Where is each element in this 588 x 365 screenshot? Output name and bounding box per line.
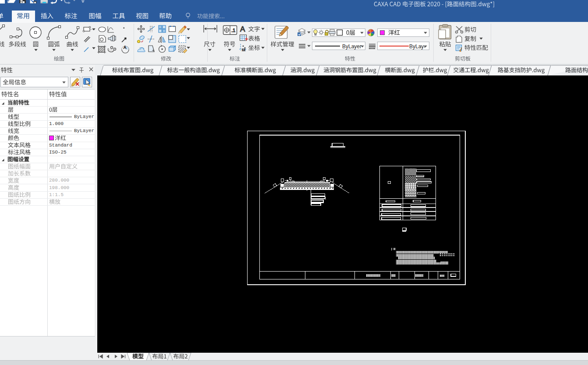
svg-text:.1: .1 <box>231 28 235 33</box>
svg-text:A: A <box>124 45 126 50</box>
svg-text:12: 12 <box>242 48 245 51</box>
svg-text:A: A <box>240 25 245 33</box>
